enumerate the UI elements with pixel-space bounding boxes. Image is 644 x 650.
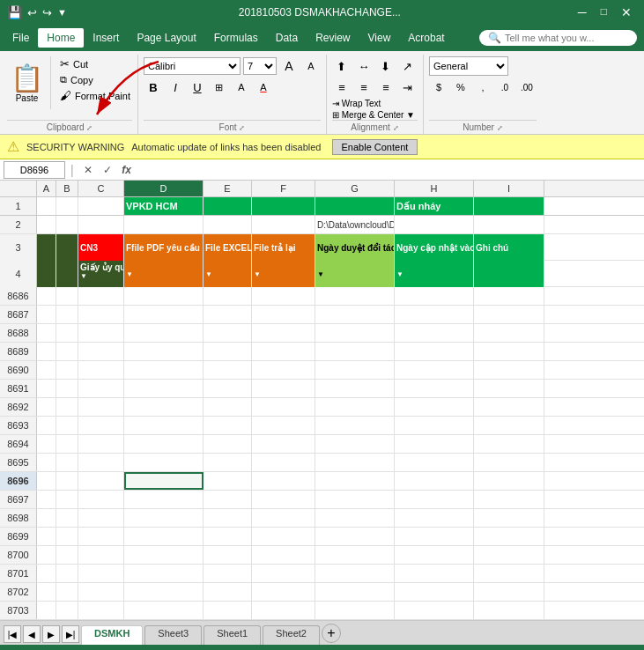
menu-review[interactable]: Review: [307, 28, 359, 48]
enable-content-button[interactable]: Enable Content: [332, 139, 418, 155]
cell-h8699[interactable]: [395, 528, 474, 545]
cell-c8688[interactable]: [78, 324, 124, 342]
cell-b8688[interactable]: [56, 324, 78, 342]
sheet-nav-next[interactable]: ▶: [42, 625, 60, 643]
cell-g8692[interactable]: [315, 398, 395, 416]
cell-f8691[interactable]: [252, 380, 315, 397]
cell-h8692[interactable]: [395, 398, 474, 416]
cell-c8697[interactable]: [78, 491, 124, 508]
col-header-c[interactable]: C: [78, 181, 124, 196]
cell-e8697[interactable]: [204, 491, 252, 508]
cell-f8690[interactable]: [252, 361, 315, 379]
cell-b8703[interactable]: [56, 602, 78, 619]
cell-b8695[interactable]: [56, 454, 78, 471]
cell-a8693[interactable]: [37, 417, 56, 434]
align-bottom-btn[interactable]: ⬇: [376, 56, 396, 76]
cell-e8689[interactable]: [204, 343, 252, 360]
cell-f3[interactable]: File trả lại: [252, 234, 315, 261]
align-top-btn[interactable]: ⬆: [332, 56, 352, 76]
cell-c1[interactable]: [78, 197, 124, 215]
cell-b3[interactable]: [56, 234, 78, 261]
cell-a2[interactable]: [37, 216, 56, 233]
cell-h8697[interactable]: [395, 491, 474, 508]
cell-a4[interactable]: [37, 261, 56, 287]
row-num-8698[interactable]: 8698: [0, 509, 37, 527]
row-num-8700[interactable]: 8700: [0, 546, 37, 564]
maximize-btn[interactable]: □: [596, 5, 612, 19]
cell-f8693[interactable]: [252, 417, 315, 434]
row-num-8701[interactable]: 8701: [0, 565, 37, 582]
align-right-btn[interactable]: ≡: [376, 78, 396, 97]
menu-file[interactable]: File: [4, 28, 38, 48]
cell-c3[interactable]: CN3: [78, 234, 124, 261]
col-header-a[interactable]: A: [37, 181, 56, 196]
cell-e8703[interactable]: [204, 602, 252, 619]
decrease-font-btn[interactable]: A: [301, 56, 321, 76]
cell-b8687[interactable]: [56, 306, 78, 323]
cell-b8690[interactable]: [56, 361, 78, 379]
cell-f8702[interactable]: [252, 583, 315, 601]
cell-i4[interactable]: [474, 261, 544, 287]
cell-d8698[interactable]: [124, 509, 204, 527]
cut-button[interactable]: ✂ Cut: [58, 56, 132, 71]
copy-button[interactable]: ⧉ Copy: [58, 73, 132, 86]
fill-color-button[interactable]: A: [232, 78, 251, 97]
cell-i8689[interactable]: [474, 343, 544, 360]
cell-c8691[interactable]: [78, 380, 124, 397]
cell-g8695[interactable]: [315, 454, 395, 471]
border-button[interactable]: ⊞: [210, 78, 229, 97]
cell-h8693[interactable]: [395, 417, 474, 434]
confirm-formula-btn[interactable]: ✓: [99, 161, 116, 179]
cell-c8701[interactable]: [78, 565, 124, 582]
cell-d8700[interactable]: [124, 546, 204, 564]
decrease-decimal-btn[interactable]: .0: [495, 78, 514, 97]
cell-a8688[interactable]: [37, 324, 56, 342]
increase-decimal-btn[interactable]: .00: [517, 78, 537, 97]
cell-reference-input[interactable]: [4, 161, 65, 179]
cell-d8695[interactable]: [124, 454, 204, 471]
menu-acrobat[interactable]: Acrobat: [399, 28, 453, 48]
sheet-nav-last[interactable]: ▶|: [62, 625, 79, 643]
cell-f8694[interactable]: [252, 435, 315, 453]
cell-d8693[interactable]: [124, 417, 204, 434]
cell-i8700[interactable]: [474, 546, 544, 564]
currency-btn[interactable]: $: [429, 78, 448, 97]
cell-h8694[interactable]: [395, 435, 474, 453]
cell-f8689[interactable]: [252, 343, 315, 360]
font-size-select[interactable]: 7: [243, 57, 277, 75]
cell-a8686[interactable]: [37, 287, 56, 305]
fx-btn[interactable]: fx: [118, 161, 136, 179]
formula-input[interactable]: [139, 161, 640, 179]
increase-font-btn[interactable]: A: [279, 56, 299, 76]
row-num-1[interactable]: 1: [0, 197, 37, 215]
cell-i8690[interactable]: [474, 361, 544, 379]
cell-h3[interactable]: Ngày cập nhật vào drones: [395, 234, 474, 261]
cell-g4[interactable]: ▼: [315, 261, 395, 287]
align-left-btn[interactable]: ≡: [332, 78, 352, 97]
cell-e8696[interactable]: [204, 472, 252, 490]
cell-f4[interactable]: ▼: [252, 261, 315, 287]
cell-a8700[interactable]: [37, 546, 56, 564]
cell-a8692[interactable]: [37, 398, 56, 416]
cell-d8690[interactable]: [124, 361, 204, 379]
cell-c8686[interactable]: [78, 287, 124, 305]
col-header-b[interactable]: B: [56, 181, 78, 196]
cell-i3[interactable]: Ghi chú: [474, 234, 544, 261]
cell-h8689[interactable]: [395, 343, 474, 360]
cell-f8701[interactable]: [252, 565, 315, 582]
cell-a8694[interactable]: [37, 435, 56, 453]
cell-g8699[interactable]: [315, 528, 395, 545]
cell-d8686[interactable]: [124, 287, 204, 305]
cell-a8702[interactable]: [37, 583, 56, 601]
cell-c8700[interactable]: [78, 546, 124, 564]
sheet-tab-dsmkh[interactable]: DSMKH: [81, 625, 143, 645]
cell-i8698[interactable]: [474, 509, 544, 527]
cell-e8686[interactable]: [204, 287, 252, 305]
cell-g8686[interactable]: [315, 287, 395, 305]
cell-d8689[interactable]: [124, 343, 204, 360]
cell-i8701[interactable]: [474, 565, 544, 582]
cell-g2[interactable]: D:\Data\owncloud\DS Ma Khach Hang\: [315, 216, 395, 233]
cell-b8697[interactable]: [56, 491, 78, 508]
cell-b8689[interactable]: [56, 343, 78, 360]
cell-e1[interactable]: [204, 197, 252, 215]
